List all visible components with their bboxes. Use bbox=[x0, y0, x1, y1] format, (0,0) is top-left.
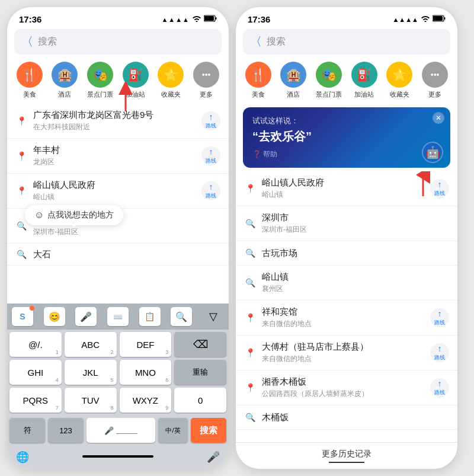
route-btn-r6[interactable]: ↑ 路线 bbox=[430, 378, 449, 397]
route-arrow-0: ↑ bbox=[209, 112, 213, 122]
result-item-r7[interactable]: 🔍 木桶饭 bbox=[236, 405, 457, 430]
cat-hotel-left[interactable]: 🏨 酒店 bbox=[52, 62, 78, 99]
kb-search-tool-btn[interactable]: 🔍 bbox=[171, 307, 192, 326]
kb-key-zero[interactable]: 0 bbox=[174, 388, 226, 413]
search-bar-right[interactable]: 〈 搜索 bbox=[243, 29, 450, 55]
route-btn-1[interactable]: ↑ 路线 bbox=[201, 146, 220, 165]
status-bar-left: 17:36 ▲▲▲▲ bbox=[7, 7, 229, 27]
kb-row-3: PQRS 7 TUV 8 WXYZ 9 0 bbox=[9, 388, 226, 413]
status-icons-left: ▲▲▲▲ bbox=[161, 15, 217, 24]
kb-key-at[interactable]: @/. 1 bbox=[9, 332, 62, 357]
cat-more-right[interactable]: ••• 更多 bbox=[422, 62, 448, 99]
help-label: ❓ 帮助 bbox=[252, 149, 277, 159]
result-name-r3: 峪山镇 bbox=[262, 271, 449, 283]
result-content-2: 峪山镇人民政府 峪山镇 bbox=[33, 180, 201, 202]
route-label-2: 路线 bbox=[206, 192, 216, 200]
route-btn-0[interactable]: ↑ 路线 bbox=[201, 111, 220, 130]
route-label-0: 路线 bbox=[206, 122, 216, 130]
kb-key-jkl[interactable]: JKL 5 bbox=[65, 360, 117, 385]
result-item-4[interactable]: 🔍 大石 bbox=[7, 244, 229, 266]
voice-banner-main: “去欢乐谷” bbox=[252, 129, 441, 145]
categories-right: 🍴 美食 🏨 酒店 🎭 景点门票 ⛽ 加油站 ⭐ 收藏夹 ••• 更多 bbox=[236, 59, 457, 104]
search-bar-left[interactable]: 〈 搜索 bbox=[14, 29, 222, 55]
result-name-r7: 木桶饭 bbox=[262, 412, 449, 423]
result-item-2[interactable]: 📍 峪山镇人民政府 峪山镇 ↑ 路线 bbox=[7, 174, 229, 209]
cat-hotel-icon: 🏨 bbox=[52, 62, 78, 88]
result-item-r5[interactable]: 📍 大傅村（驻马店市上蔡县） 来自微信的地点 ↑ 路线 bbox=[236, 336, 457, 370]
kb-mic-btn[interactable]: 🎤 bbox=[75, 307, 97, 326]
result-name-r2: 古玩市场 bbox=[262, 248, 449, 259]
kb-123-btn[interactable]: 123 bbox=[48, 418, 84, 443]
kb-down-btn[interactable]: ▽ bbox=[203, 307, 224, 326]
cat-food-label: 美食 bbox=[23, 90, 36, 99]
route-btn-r0[interactable]: ↑ 路线 bbox=[430, 179, 449, 198]
cat-hotel-right[interactable]: 🏨 酒店 bbox=[280, 62, 306, 99]
location-icon-2: 📍 bbox=[15, 185, 27, 197]
kb-copy-btn[interactable]: 📋 bbox=[139, 307, 161, 326]
more-history-label: 更多历史记录 bbox=[322, 449, 371, 458]
result-sub-3: 深圳市-福田区 bbox=[33, 227, 220, 237]
kb-key-abc[interactable]: ABC 2 bbox=[65, 332, 117, 357]
kb-space-btn[interactable]: 🎤 ＿＿＿ bbox=[87, 418, 155, 443]
route-btn-2[interactable]: ↑ 路线 bbox=[201, 181, 220, 200]
kb-key-wxyz[interactable]: WXYZ 9 bbox=[120, 388, 172, 413]
result-item-r1[interactable]: 🔍 深圳市 深圳市-福田区 bbox=[236, 206, 457, 241]
svg-rect-5 bbox=[433, 16, 443, 21]
cat-gas-right[interactable]: ⛽ 加油站 bbox=[351, 62, 377, 99]
route-btn-r5[interactable]: ↑ 路线 bbox=[430, 343, 449, 362]
result-content-r0: 峪山镇人民政府 峪山镇 bbox=[262, 177, 430, 200]
battery-icon-right bbox=[433, 15, 446, 24]
status-bar-right: 17:36 ▲▲▲▲ bbox=[236, 7, 457, 27]
keyboard-global-row: 🌐 🎤 bbox=[7, 448, 229, 469]
more-history[interactable]: 更多历史记录 bbox=[236, 442, 457, 469]
result-sub-r0: 峪山镇 bbox=[262, 190, 430, 200]
kb-key-reset[interactable]: 重输 bbox=[174, 360, 226, 385]
cat-more-left[interactable]: ••• 更多 bbox=[193, 62, 219, 99]
result-content-r7: 木桶饭 bbox=[262, 412, 449, 423]
cat-more-icon-r: ••• bbox=[422, 62, 448, 88]
cat-hotel-label: 酒店 bbox=[58, 90, 71, 99]
kb-globe-btn[interactable]: 🌐 bbox=[9, 448, 36, 467]
result-item-3[interactable]: 🔍 深圳市 深圳市-福田区 ☺ 点我说想去的地方 bbox=[7, 209, 229, 244]
kb-key-ghi[interactable]: GHI 4 bbox=[9, 360, 62, 385]
cat-fav-icon: ⭐ bbox=[158, 62, 184, 88]
result-item-r3[interactable]: 🔍 峪山镇 襄州区 bbox=[236, 266, 457, 301]
location-icon-0: 📍 bbox=[15, 115, 27, 127]
cat-scenic-left[interactable]: 🎭 景点门票 bbox=[87, 62, 113, 99]
location-icon-r5: 📍 bbox=[244, 347, 256, 359]
kb-key-mno[interactable]: MNO 6 bbox=[120, 360, 172, 385]
result-content-4: 大石 bbox=[33, 249, 220, 260]
kb-sougou-btn[interactable]: S bbox=[12, 307, 33, 326]
tooltip-emoji: ☺ bbox=[34, 210, 44, 221]
kb-mic-bottom-btn[interactable]: 🎤 bbox=[200, 448, 226, 467]
back-button-left[interactable]: 〈 bbox=[21, 34, 33, 50]
voice-help[interactable]: ❓ 帮助 bbox=[252, 149, 441, 159]
route-label-r0: 路线 bbox=[434, 190, 445, 197]
result-item-r6[interactable]: 📍 湘香木桶饭 公园路西段（原居人墙鲜蒸米皮） ↑ 路线 bbox=[236, 370, 457, 405]
kb-key-def[interactable]: DEF 3 bbox=[120, 332, 172, 357]
kb-emoji-btn[interactable]: 😊 bbox=[44, 307, 65, 326]
kb-key-pqrs[interactable]: PQRS 7 bbox=[9, 388, 62, 413]
cat-food-right[interactable]: 🍴 美食 bbox=[245, 62, 271, 99]
kb-sym-btn[interactable]: 符 bbox=[9, 418, 45, 443]
kb-search-btn[interactable]: 搜索 bbox=[191, 418, 226, 443]
result-item-1[interactable]: 📍 年丰村 龙岗区 ↑ 路线 bbox=[7, 139, 229, 174]
cat-fav-left[interactable]: ⭐ 收藏夹 bbox=[158, 62, 184, 99]
back-button-right[interactable]: 〈 bbox=[250, 34, 262, 50]
route-btn-r4[interactable]: ↑ 路线 bbox=[430, 308, 449, 327]
cat-food-left[interactable]: 🍴 美食 bbox=[17, 62, 43, 99]
result-item-r4[interactable]: 📍 祥和宾馆 来自微信的地点 ↑ 路线 bbox=[236, 301, 457, 336]
kb-keyboard-btn[interactable]: ⌨️ bbox=[107, 307, 129, 326]
result-item-r2[interactable]: 🔍 古玩市场 bbox=[236, 241, 457, 266]
kb-key-tuv[interactable]: TUV 8 bbox=[65, 388, 117, 413]
voice-banner-title: 试试这样说： bbox=[252, 116, 441, 126]
cat-scenic-right[interactable]: 🎭 景点门票 bbox=[316, 62, 342, 99]
kb-cn-btn[interactable]: 中/英 bbox=[158, 418, 188, 443]
location-icon-1: 📍 bbox=[15, 150, 27, 162]
kb-key-del[interactable]: ⌫ bbox=[174, 332, 226, 357]
cat-food-icon: 🍴 bbox=[17, 62, 43, 88]
result-sub-r4: 来自微信的地点 bbox=[262, 319, 430, 329]
red-arrow-left bbox=[117, 82, 134, 114]
result-name-r5: 大傅村（驻马店市上蔡县） bbox=[262, 341, 430, 353]
cat-fav-right[interactable]: ⭐ 收藏夹 bbox=[386, 62, 412, 99]
